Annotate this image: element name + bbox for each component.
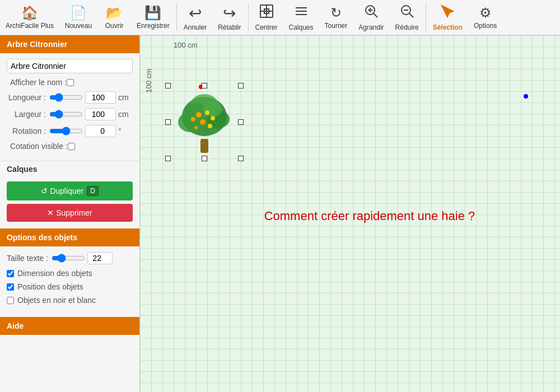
open-icon: 📂	[106, 5, 123, 21]
toolbar-calques[interactable]: Calques	[283, 2, 319, 32]
handle-top-right[interactable]	[238, 83, 244, 88]
dimension-checkbox[interactable]	[7, 270, 14, 277]
noir-blanc-group: Objets en noir et blanc	[7, 296, 133, 305]
selection-icon	[440, 3, 455, 22]
blue-dot	[524, 94, 528, 99]
new-icon: 📄	[70, 5, 87, 21]
toolbar-centrer-label: Centrer	[255, 24, 278, 31]
svg-point-26	[208, 124, 212, 128]
ruler-top: 100 cm	[174, 41, 198, 49]
layers-icon	[293, 3, 309, 22]
tree-object[interactable]	[168, 86, 241, 158]
duplicate-key-badge: D	[87, 186, 99, 196]
toolbar-annuler[interactable]: ↩ Annuler	[178, 2, 212, 32]
toolbar-options-label: Options	[474, 22, 497, 30]
largeur-input[interactable]	[85, 108, 116, 120]
svg-point-19	[186, 103, 206, 119]
svg-point-25	[191, 117, 195, 122]
toolbar-agrandir-label: Agrandir	[358, 24, 384, 31]
toolbar-archifacile-label: ArchiFacile Plus	[6, 22, 54, 30]
options-section-body: Taille texte : Dimension des objets Posi…	[0, 246, 139, 315]
taille-texte-group: Taille texte :	[7, 252, 133, 264]
longueur-group: Longueur : cm	[7, 91, 133, 104]
handle-bottom-left[interactable]	[165, 156, 171, 161]
cotation-checkbox[interactable]	[68, 143, 75, 150]
rotation-group: Rotation : °	[7, 125, 133, 137]
canvas-area[interactable]: 100 cm 100 cm	[140, 35, 560, 392]
show-name-group: Afficher le nom :	[7, 78, 133, 87]
largeur-label: Largeur :	[7, 110, 46, 119]
toolbar-archifacile[interactable]: 🏠 ArchiFacile Plus	[0, 2, 59, 32]
noir-blanc-label: Objets en noir et blanc	[17, 296, 96, 305]
toolbar-agrandir[interactable]: Agrandir	[353, 2, 389, 32]
toolbar-selection-label: Sélection	[433, 24, 463, 31]
svg-line-12	[409, 13, 413, 17]
main-layout: Arbre Citronnier Afficher le nom : Longu…	[0, 35, 560, 392]
longueur-slider[interactable]	[49, 93, 83, 102]
tree-svg	[168, 86, 241, 158]
zoom-out-icon	[399, 3, 415, 22]
taille-texte-input[interactable]	[87, 252, 113, 264]
calques-header: Calques	[0, 161, 139, 177]
handle-mid-left[interactable]	[165, 119, 171, 125]
svg-rect-14	[200, 139, 208, 153]
handle-top-left[interactable]	[165, 83, 171, 88]
svg-point-23	[200, 119, 206, 125]
largeur-group: Largeur : cm	[7, 108, 133, 120]
delete-button[interactable]: ✕ Supprimer	[7, 204, 133, 222]
center-icon	[259, 3, 274, 22]
toolbar-nouveau-label: Nouveau	[65, 22, 92, 30]
rotation-label: Rotation :	[7, 127, 46, 136]
zoom-in-icon	[363, 3, 379, 22]
svg-point-22	[205, 110, 209, 115]
delete-label: Supprimer	[56, 208, 92, 217]
taille-texte-label: Taille texte :	[7, 254, 48, 263]
handle-mid-right[interactable]	[238, 119, 244, 125]
delete-icon: ✕	[47, 208, 54, 217]
toolbar-centrer[interactable]: Centrer	[250, 2, 283, 32]
toolbar-annuler-label: Annuler	[184, 24, 207, 31]
largeur-slider[interactable]	[49, 110, 83, 119]
show-name-label: Afficher le nom :	[10, 78, 67, 87]
toolbar-ouvrir[interactable]: 📂 Ouvrir	[97, 2, 131, 32]
toolbar-tourner-label: Tourner	[325, 22, 348, 30]
handle-top-mid[interactable]	[202, 83, 207, 88]
redo-icon: ↪	[223, 4, 236, 22]
longueur-label: Longueur :	[7, 93, 46, 102]
calques-body: ↺ Dupliquer D ✕ Supprimer	[0, 177, 139, 226]
rotate-icon: ↻	[330, 5, 342, 21]
toolbar-selection[interactable]: Sélection	[427, 2, 468, 32]
noir-blanc-checkbox[interactable]	[7, 297, 14, 304]
taille-texte-slider[interactable]	[52, 254, 85, 263]
rotation-unit: °	[118, 127, 122, 136]
object-name-input[interactable]	[7, 59, 133, 73]
handle-bottom-mid[interactable]	[202, 156, 207, 161]
toolbar: 🏠 ArchiFacile Plus 📄 Nouveau 📂 Ouvrir 💾 …	[0, 0, 560, 35]
cotation-label: Cotation visible :	[10, 142, 68, 151]
toolbar-enregistrer[interactable]: 💾 Enregistrer	[131, 2, 175, 32]
svg-point-27	[194, 126, 198, 129]
position-checkbox[interactable]	[7, 283, 14, 291]
position-label: Position des objets	[17, 282, 83, 291]
duplicate-button[interactable]: ↺ Dupliquer D	[7, 181, 133, 200]
rotation-slider[interactable]	[49, 127, 83, 136]
longueur-input[interactable]	[85, 91, 116, 104]
rotation-input[interactable]	[85, 125, 116, 137]
toolbar-options[interactable]: ⚙ Options	[468, 2, 502, 32]
object-section-body: Afficher le nom : Longueur : cm Largeur …	[0, 53, 139, 161]
ruler-left: 100 cm	[144, 69, 153, 93]
toolbar-tourner[interactable]: ↻ Tourner	[319, 2, 353, 32]
toolbar-reduire[interactable]: Réduire	[390, 2, 424, 32]
svg-point-21	[196, 112, 202, 118]
home-icon: 🏠	[21, 5, 38, 21]
handle-bottom-right[interactable]	[238, 156, 244, 161]
show-name-checkbox[interactable]	[67, 79, 74, 86]
cotation-group: Cotation visible :	[7, 142, 133, 151]
object-section-header: Arbre Citronnier	[0, 35, 139, 53]
svg-line-8	[374, 13, 377, 17]
toolbar-retablir[interactable]: ↪ Rétablir	[212, 2, 246, 32]
toolbar-nouveau[interactable]: 📄 Nouveau	[59, 2, 97, 32]
toolbar-divider-3	[426, 3, 426, 31]
toolbar-divider-2	[248, 3, 249, 31]
toolbar-calques-label: Calques	[289, 24, 314, 31]
